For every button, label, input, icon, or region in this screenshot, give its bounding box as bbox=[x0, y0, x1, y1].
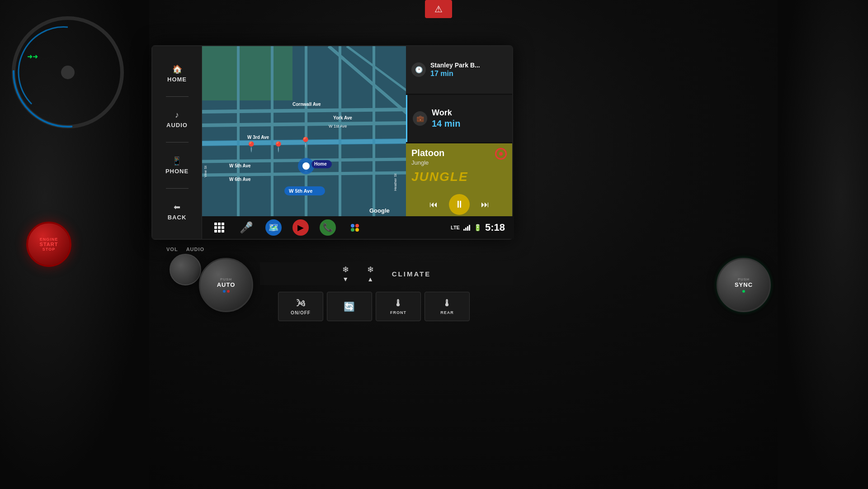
stanley-park-info: Stanley Park B... 17 min bbox=[430, 62, 507, 78]
time-display: 5:18 bbox=[485, 222, 505, 233]
infotainment-unit: 🏠 HOME ♪ AUDIO 📱 PHONE ⬅ BACK bbox=[151, 45, 513, 240]
nav-phone-label: PHONE bbox=[165, 168, 189, 175]
map-svg: Cornwall Ave York Ave W 1st Ave W 3rd Av… bbox=[202, 46, 408, 218]
stanley-park-name: Stanley Park B... bbox=[430, 62, 507, 69]
svg-text:Home: Home bbox=[314, 161, 327, 166]
recirc-icon: 🔄 bbox=[344, 301, 355, 312]
vol-audio-knob[interactable] bbox=[170, 254, 201, 285]
svg-text:📍: 📍 bbox=[245, 141, 258, 153]
lte-badge: LTE bbox=[451, 225, 460, 230]
music-next-button[interactable]: ⏭ bbox=[477, 196, 493, 213]
music-artist: Jungle bbox=[411, 159, 444, 166]
nav-audio-label: AUDIO bbox=[166, 122, 188, 128]
signal-bar-2 bbox=[465, 228, 467, 231]
audio-icon: ♪ bbox=[175, 110, 179, 120]
nav-item-home[interactable]: 🏠 HOME bbox=[167, 64, 187, 83]
fan-up-button[interactable]: ❄ ▲ bbox=[367, 265, 374, 283]
svg-point-31 bbox=[302, 162, 310, 170]
left-instrument-panel: ➜➜ bbox=[0, 0, 149, 489]
status-bar: LTE 🔋 5:18 bbox=[451, 222, 505, 233]
right-info-panels: 🕐 Stanley Park B... 17 min 💼 Work 14 min… bbox=[406, 46, 512, 218]
push-label-auto: PUSH bbox=[220, 277, 232, 281]
rear-defrost-button[interactable]: 🌡 REAR bbox=[425, 292, 470, 321]
music-prev-button[interactable]: ⏮ bbox=[425, 196, 442, 213]
blue-indicator bbox=[223, 290, 226, 293]
nav-item-phone[interactable]: 📱 PHONE bbox=[165, 156, 189, 175]
nav-item-audio[interactable]: ♪ AUDIO bbox=[166, 110, 188, 128]
fan-down-icon: ▼ bbox=[342, 275, 349, 283]
svg-text:W 1st Ave: W 1st Ave bbox=[329, 124, 347, 128]
engine-label-2: START bbox=[40, 242, 58, 247]
nav-divider-3 bbox=[166, 188, 189, 189]
youtube-button[interactable]: ▶ bbox=[292, 219, 309, 236]
phone-button[interactable]: 📞 bbox=[320, 219, 336, 236]
nav-back-label: BACK bbox=[168, 214, 187, 221]
vol-label: VOL bbox=[166, 247, 178, 252]
front-defrost-icon: 🌡 bbox=[394, 298, 403, 309]
push-auto-knob[interactable]: PUSH AUTO bbox=[199, 258, 253, 312]
fan-up-arrow: ▲ bbox=[367, 275, 373, 283]
svg-rect-5 bbox=[202, 46, 292, 100]
map-area[interactable]: Cornwall Ave York Ave W 1st Ave W 3rd Av… bbox=[202, 46, 408, 218]
apps-grid-button[interactable] bbox=[211, 219, 227, 236]
speedometer: ➜➜ bbox=[9, 14, 127, 131]
google-assistant-icon bbox=[349, 221, 361, 234]
svg-point-37 bbox=[349, 222, 361, 233]
nav-divider-1 bbox=[166, 96, 189, 97]
fan-on-off-button[interactable]: 🌬 ON/OFF bbox=[278, 292, 323, 321]
work-info: Work 14 min bbox=[432, 108, 507, 129]
work-card[interactable]: 💼 Work 14 min bbox=[406, 95, 512, 142]
grid-icon bbox=[214, 223, 224, 233]
climate-buttons-row: 🌬 ON/OFF 🔄 🌡 FRONT 🌡 REAR bbox=[278, 292, 470, 321]
nav-item-back[interactable]: ⬅ BACK bbox=[168, 202, 187, 221]
work-time: 14 min bbox=[432, 119, 507, 129]
signal-bar-1 bbox=[463, 229, 465, 231]
music-play-pause-button[interactable]: ⏸ bbox=[449, 194, 470, 215]
signal-bar-3 bbox=[467, 226, 468, 231]
bottom-apps-container: 🎤 🗺️ ▶ 📞 bbox=[211, 219, 363, 236]
work-icon: 💼 bbox=[413, 111, 427, 126]
nav-home-label: HOME bbox=[167, 76, 187, 83]
signal-bar-4 bbox=[469, 225, 470, 231]
svg-point-39 bbox=[355, 224, 359, 228]
fan-on-off-label: ON/OFF bbox=[291, 310, 311, 315]
work-name: Work bbox=[432, 108, 507, 118]
rear-defrost-label: REAR bbox=[440, 310, 454, 315]
engine-start-stop-button[interactable]: ENGINE START STOP bbox=[26, 222, 71, 267]
maps-button[interactable]: 🗺️ bbox=[265, 219, 282, 236]
svg-text:York Ave: York Ave bbox=[333, 115, 352, 120]
fan-up-icon: ❄ bbox=[367, 265, 374, 275]
fan-down-button[interactable]: ❄ ▼ bbox=[342, 265, 349, 283]
hazard-button[interactable]: ⚠ bbox=[425, 0, 452, 18]
rear-defrost-icon: 🌡 bbox=[443, 298, 452, 309]
svg-text:Vine St: Vine St bbox=[203, 166, 208, 177]
voice-assistant-button[interactable]: 🎤 bbox=[238, 219, 255, 236]
svg-point-41 bbox=[351, 228, 354, 232]
stanley-park-icon: 🕐 bbox=[411, 62, 426, 77]
battery-icon: 🔋 bbox=[474, 224, 481, 231]
svg-text:Google: Google bbox=[369, 207, 390, 214]
phone-nav-icon: 📱 bbox=[172, 156, 182, 166]
google-assistant-button[interactable] bbox=[347, 219, 363, 236]
fan-icon: ❄ bbox=[342, 265, 349, 275]
stanley-park-card[interactable]: 🕐 Stanley Park B... 17 min bbox=[406, 46, 512, 94]
nav-sidebar: 🏠 HOME ♪ AUDIO 📱 PHONE ⬅ BACK bbox=[152, 46, 202, 239]
front-defrost-label: FRONT bbox=[390, 310, 406, 315]
stanley-park-time: 17 min bbox=[430, 70, 507, 78]
front-defrost-button[interactable]: 🌡 FRONT bbox=[376, 292, 421, 321]
music-text-block: Platoon Jungle bbox=[411, 148, 444, 166]
red-indicator bbox=[227, 290, 230, 293]
svg-text:Heather St: Heather St bbox=[393, 173, 397, 191]
climate-controls-top: ❄ ▼ ❄ ▲ CLIMATE bbox=[260, 262, 513, 285]
svg-point-40 bbox=[355, 228, 359, 232]
map-canvas: Cornwall Ave York Ave W 1st Ave W 3rd Av… bbox=[202, 46, 408, 218]
briefcase-icon: 💼 bbox=[416, 115, 424, 122]
recirculation-button[interactable]: 🔄 bbox=[327, 292, 372, 321]
hazard-icon: ⚠ bbox=[434, 4, 443, 14]
engine-label-3: STOP bbox=[42, 247, 55, 252]
engine-label-1: ENGINE bbox=[40, 237, 58, 242]
svg-text:📍: 📍 bbox=[272, 141, 285, 153]
push-sync-knob[interactable]: PUSH SYNC bbox=[717, 258, 771, 312]
signal-bars bbox=[463, 224, 470, 231]
record-dot bbox=[499, 152, 503, 156]
